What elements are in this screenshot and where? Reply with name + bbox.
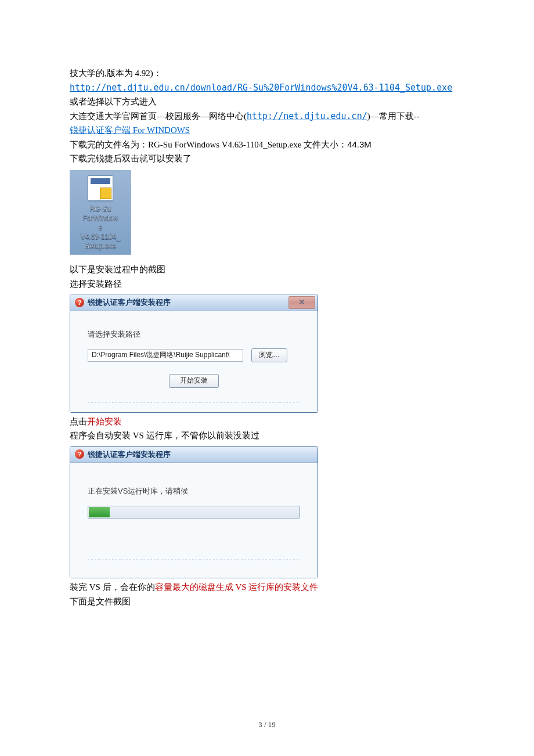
text-fragment: 大连交通大学官网首页—校园服务—网络中心( bbox=[70, 111, 247, 121]
text-line: 装完 VS 后，会在你的容量最大的磁盘生成 VS 运行库的安装文件 bbox=[70, 581, 464, 594]
text-line: 以下是安装过程中的截图 bbox=[70, 263, 464, 276]
dialog-title-left: ? 锐捷认证客户端安装程序 bbox=[75, 449, 171, 460]
text-line: 点击开始安装 bbox=[70, 415, 464, 429]
icon-filename-line: V4.63-1104_ bbox=[70, 232, 131, 242]
text-line: 锐捷认证客户端 For WINDOWS bbox=[70, 124, 464, 137]
text-line: 程序会自动安装 VS 运行库，不管你以前装没装过 bbox=[70, 429, 464, 442]
icon-filename-line: Setup.exe bbox=[70, 242, 131, 251]
dialog-body: 正在安装VS运行时库，请稍候 bbox=[70, 463, 317, 578]
dialog-title: 锐捷认证客户端安装程序 bbox=[88, 449, 171, 460]
path-input-row: 浏览… bbox=[88, 348, 300, 362]
dialog-titlebar: ? 锐捷认证客户端安装程序 bbox=[70, 447, 317, 463]
text-line: 技大学的,版本为 4.92)： bbox=[70, 67, 464, 80]
progress-bar bbox=[88, 506, 300, 519]
ruijie-logo-icon: ? bbox=[75, 449, 84, 459]
text-line: 下载完的文件名为：RG-Su ForWindows V4.63-1104_Set… bbox=[70, 138, 464, 152]
dialog-divider bbox=[88, 402, 300, 403]
netcenter-url-link[interactable]: http://net.djtu.edu.cn/ bbox=[247, 111, 367, 121]
icon-filename-line: RG-Su bbox=[70, 204, 131, 214]
download-url-line: http://net.djtu.edu.cn/download/RG-Su%20… bbox=[70, 81, 464, 95]
dialog-title: 锐捷认证客户端安装程序 bbox=[88, 297, 171, 308]
start-install-button[interactable]: 开始安装 bbox=[169, 374, 219, 388]
text-line: 选择安装路径 bbox=[70, 278, 464, 291]
text-emphasis: 开始安装 bbox=[87, 417, 122, 426]
close-button[interactable]: ✕ bbox=[288, 296, 315, 309]
text-line: 或者选择以下方式进入 bbox=[70, 95, 464, 109]
text-line: 大连交通大学官网首页—校园服务—网络中心(http://net.djtu.edu… bbox=[70, 110, 464, 123]
dialog-divider bbox=[88, 559, 300, 560]
install-dialog-vs: ? 锐捷认证客户端安装程序 正在安装VS运行时库，请稍候 bbox=[70, 446, 318, 579]
download-url-link[interactable]: http://net.djtu.edu.cn/download/RG-Su%20… bbox=[70, 82, 452, 93]
text-fragment: )—常用下载-- bbox=[367, 111, 420, 121]
file-size: 44.3M bbox=[347, 139, 371, 149]
vs-status-label: 正在安装VS运行时库，请稍候 bbox=[88, 485, 300, 497]
text-fragment: 装完 VS 后，会在你的 bbox=[70, 582, 155, 592]
installer-icon bbox=[88, 175, 113, 201]
text-fragment: 点击 bbox=[70, 417, 87, 426]
text-line: 下面是文件截图 bbox=[70, 595, 464, 609]
icon-filename-line: s bbox=[70, 223, 131, 232]
browse-button[interactable]: 浏览… bbox=[251, 348, 287, 362]
client-download-link[interactable]: 锐捷认证客户端 For WINDOWS bbox=[70, 125, 190, 135]
install-dialog-path: ? 锐捷认证客户端安装程序 ✕ 请选择安装路径 浏览… 开始安装 bbox=[70, 294, 318, 413]
close-icon: ✕ bbox=[298, 296, 305, 308]
dialog-title-left: ? 锐捷认证客户端安装程序 bbox=[75, 297, 171, 308]
ruijie-logo-icon: ? bbox=[75, 298, 84, 307]
icon-filename-line: ForWindow bbox=[70, 214, 131, 223]
text-line: 下载完锐捷后双击就可以安装了 bbox=[70, 152, 464, 165]
dialog-titlebar: ? 锐捷认证客户端安装程序 ✕ bbox=[70, 294, 317, 311]
path-prompt-label: 请选择安装路径 bbox=[88, 329, 300, 340]
text-fragment: 下载完的文件名为：RG-Su ForWindows V4.63-1104_Set… bbox=[70, 140, 347, 149]
dialog-body: 请选择安装路径 浏览… 开始安装 bbox=[70, 311, 317, 412]
install-path-input[interactable] bbox=[88, 349, 243, 362]
page-number: 3 / 19 bbox=[0, 719, 534, 730]
text-emphasis: 容量最大的磁盘生成 VS 运行库的安装文件 bbox=[155, 582, 319, 592]
progress-fill bbox=[89, 507, 110, 517]
document-page: 技大学的,版本为 4.92)： http://net.djtu.edu.cn/d… bbox=[0, 0, 534, 756]
desktop-icon: RG-Su ForWindow s V4.63-1104_ Setup.exe bbox=[70, 170, 131, 255]
